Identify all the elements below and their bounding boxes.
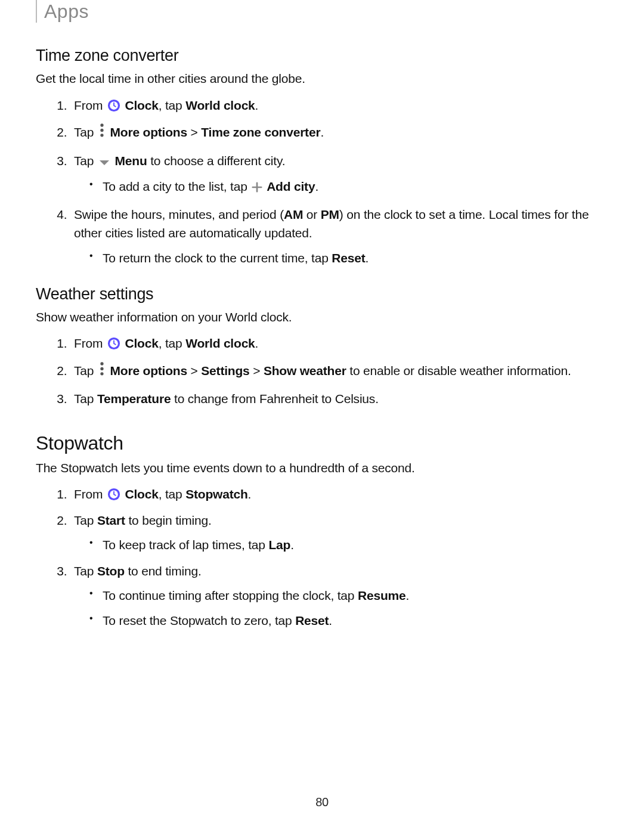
text: or [303,208,321,221]
page-number: 80 [0,795,644,809]
svg-point-4 [100,134,103,137]
list-item: Tap Temperature to change from Fahrenhei… [70,389,608,408]
list-item: To add a city to the list, tap Add city. [89,177,608,198]
plus-icon [252,179,262,198]
list-item: Tap Start to begin timing. To keep track… [70,511,608,555]
page-header: Apps [44,0,608,23]
text-bold: Add city [264,179,315,193]
section-intro-stopwatch: The Stopwatch lets you time events down … [36,459,608,476]
more-options-icon [98,360,106,382]
more-options-icon [98,122,106,144]
text: Tap [74,125,97,139]
text-bold: Show weather [264,364,346,377]
clock-icon [107,98,120,112]
section-heading-tzc: Time zone converter [36,47,608,65]
text: to change from Fahrenheit to Celsius. [171,392,378,405]
list-item: Tap More options > Settings > Show weath… [70,360,608,382]
section-heading-weather: Weather settings [36,285,608,304]
section-intro-tzc: Get the local time in other cities aroun… [36,70,608,87]
text: To return the clock to the current time,… [103,251,332,265]
text: , tap [159,98,186,112]
text-bold: Stopwatch [185,487,247,501]
text-bold: Time zone converter [201,125,320,139]
text-bold: Reset [295,614,329,627]
text: Tap [74,154,97,168]
svg-point-3 [100,129,103,132]
text: > [187,364,201,377]
text: . [315,179,318,193]
text: . [255,336,259,350]
list-item: To continue timing after stopping the cl… [89,586,608,605]
text: From [74,336,106,350]
section-heading-stopwatch: Stopwatch [36,432,608,454]
text-bold: Lap [268,538,290,552]
list-item: Tap Menu to choose a different city. To … [70,151,608,198]
list-item: From Clock, tap World clock. [70,334,608,353]
text: To keep track of lap times, tap [103,538,268,552]
text-bold: Resume [358,589,406,602]
text-bold: Stop [97,564,125,578]
text: . [320,125,324,139]
text: , tap [159,487,186,501]
sw-steps: From Clock, tap Stopwatch. Tap Start to … [36,485,608,630]
list-item: Swipe the hours, minutes, and period (AM… [70,205,608,268]
list-item: Tap Stop to end timing. To continue timi… [70,562,608,630]
list-item: To keep track of lap times, tap Lap. [89,535,608,555]
list-item: To return the clock to the current time,… [89,249,608,268]
text-bold: Clock [122,336,159,350]
text: From [74,98,106,112]
text: . [290,538,294,552]
text: Tap [74,513,97,527]
text: Swipe the hours, minutes, and period ( [74,208,284,221]
text-bold: More options [107,125,187,139]
clock-icon [107,487,120,500]
text-bold: More options [107,364,187,377]
text-bold: Menu [112,154,147,168]
clock-icon [107,336,120,349]
text: . [329,614,332,627]
text-bold: World clock [185,336,255,350]
list-item: To reset the Stopwatch to zero, tap Rese… [89,611,608,630]
text-bold: Start [97,513,125,527]
dropdown-icon [98,153,110,172]
text: . [366,251,369,265]
text: to choose a different city. [147,154,286,168]
text: From [74,487,106,501]
text-bold: Clock [122,487,159,501]
text: . [405,589,409,602]
text: to end timing. [125,564,202,578]
text-bold: PM [321,208,339,221]
text: Tap [74,564,97,578]
text: to begin timing. [125,513,212,527]
text: > [187,125,201,139]
text-bold: Clock [122,98,159,112]
text: Tap [74,392,97,405]
text: > [250,364,264,377]
text-bold: World clock [185,98,255,112]
text: . [248,487,252,501]
text: to enable or disable weather information… [346,364,571,377]
ws-steps: From Clock, tap World clock. Tap More op… [36,334,608,408]
svg-point-7 [100,362,103,365]
text: To continue timing after stopping the cl… [103,589,358,602]
svg-point-2 [100,124,103,127]
list-item: From Clock, tap World clock. [70,96,608,115]
text: . [255,98,259,112]
text: , tap [159,336,186,350]
text: Tap [74,364,97,377]
text-bold: Temperature [97,392,171,405]
text-bold: Reset [332,251,365,265]
text: To reset the Stopwatch to zero, tap [103,614,295,627]
tzc-steps: From Clock, tap World clock. Tap More op… [36,96,608,267]
section-intro-weather: Show weather information on your World c… [36,308,608,326]
text-bold: AM [284,208,303,221]
list-item: Tap More options > Time zone converter. [70,122,608,144]
list-item: From Clock, tap Stopwatch. [70,485,608,504]
text: To add a city to the list, tap [103,179,250,193]
svg-point-9 [100,372,103,375]
svg-point-8 [100,367,103,370]
text-bold: Settings [201,364,249,377]
